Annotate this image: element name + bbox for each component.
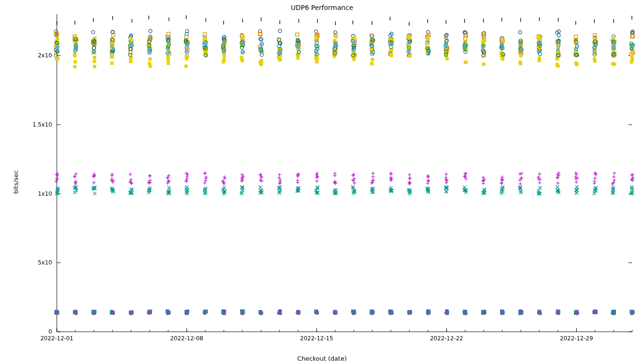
svg-rect-532 [613,63,616,66]
svg-rect-518 [574,61,578,64]
svg-rect-357 [73,65,76,68]
svg-point-596 [315,41,318,45]
svg-rect-537 [631,51,635,54]
svg-text:2022-12-15: 2022-12-15 [300,335,333,342]
chart-container: UDP6 Performance bits/sec Checkout (date… [0,0,644,364]
svg-rect-502 [519,62,522,65]
svg-rect-508 [538,36,541,40]
svg-rect-394 [185,57,188,61]
svg-text:2022-12-22: 2022-12-22 [430,335,463,342]
svg-rect-368 [110,62,114,65]
svg-text:2x10: 2x10 [38,52,52,59]
svg-rect-446 [353,36,356,39]
svg-rect-388 [166,55,170,58]
svg-rect-456 [390,54,393,57]
svg-point-71 [91,30,95,34]
svg-rect-243 [167,32,170,36]
svg-rect-333 [574,35,578,38]
svg-rect-511 [555,63,559,66]
svg-text:1.5x10: 1.5x10 [33,121,52,128]
svg-rect-436 [314,57,318,60]
svg-text:1x10: 1x10 [38,191,52,197]
svg-point-198 [557,34,560,37]
svg-rect-453 [371,58,374,61]
svg-rect-273 [295,33,299,36]
svg-rect-375 [129,37,132,40]
svg-rect-362 [93,60,96,63]
svg-rect-247 [185,36,188,39]
svg-point-87 [149,29,152,33]
svg-rect-437 [334,35,338,38]
svg-point-558 [129,53,132,56]
svg-rect-353 [74,60,77,64]
svg-rect-372 [129,60,133,63]
svg-text:2022-12-08: 2022-12-08 [170,335,203,342]
svg-rect-465 [407,36,411,39]
svg-rect-434 [314,36,318,39]
svg-rect-490 [482,63,485,66]
svg-rect-410 [242,36,245,39]
svg-rect-493 [501,39,504,42]
chart-svg: 05x101x101.5x102x102022-12-012022-12-082… [0,0,644,364]
svg-rect-359 [93,56,96,59]
svg-rect-480 [465,61,468,64]
svg-rect-536 [630,56,634,60]
svg-point-122 [278,29,282,33]
svg-text:2022-12-01: 2022-12-01 [40,335,73,342]
svg-rect-499 [519,54,522,57]
svg-rect-425 [296,56,300,60]
svg-rect-445 [352,58,356,61]
svg-rect-462 [408,55,411,58]
svg-rect-355 [73,53,76,56]
svg-rect-489 [483,37,486,41]
svg-rect-409 [240,56,243,59]
svg-point-185 [519,30,522,34]
svg-rect-381 [149,64,152,68]
svg-rect-360 [93,65,96,68]
svg-rect-370 [110,55,113,58]
svg-rect-412 [241,59,244,63]
svg-rect-424 [279,58,282,62]
svg-rect-417 [259,59,263,63]
svg-text:2022-12-29: 2022-12-29 [560,335,593,342]
svg-rect-435 [315,60,318,64]
svg-text:5x10: 5x10 [38,259,52,266]
svg-rect-384 [167,62,170,65]
svg-rect-451 [370,62,373,65]
svg-rect-494 [501,57,504,60]
svg-rect-352 [56,57,59,60]
svg-rect-526 [593,59,597,63]
svg-rect-507 [537,59,541,62]
svg-rect-406 [223,58,226,61]
svg-text:0: 0 [48,328,52,335]
svg-rect-391 [184,64,188,68]
svg-rect-477 [446,57,449,60]
svg-rect-379 [148,57,152,61]
